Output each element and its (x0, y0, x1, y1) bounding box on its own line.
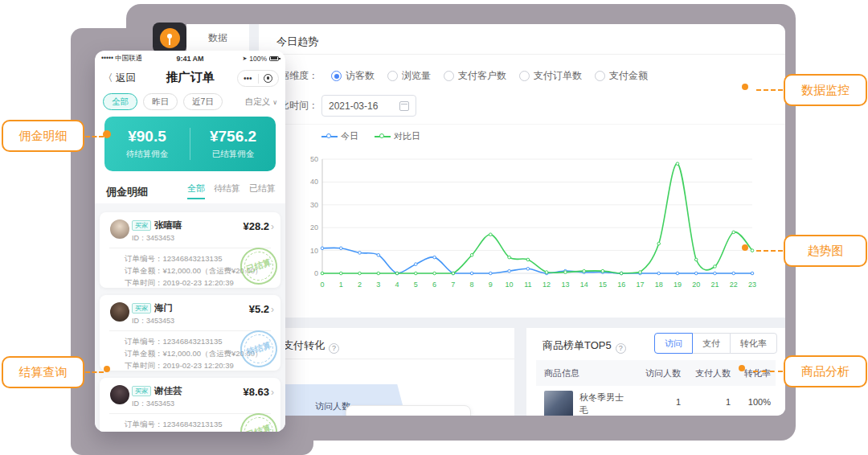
top5-panel-title: 商品榜单TOP5? (542, 338, 626, 354)
table-row[interactable]: 秋冬季男士毛 中长款宽松 1 1 100% (536, 391, 776, 416)
legend-marker-icon (321, 133, 338, 140)
top5-title-text: 商品榜单TOP5 (542, 339, 612, 351)
filter-yesterday[interactable]: 昨日 (143, 93, 178, 110)
radio-label: 支付金额 (609, 69, 648, 83)
dimension-radio-paid-orders[interactable]: 支付订单数 (519, 69, 582, 83)
legend-label: 今日 (341, 130, 358, 142)
buyer-id: ID：3453453 (132, 316, 174, 326)
help-icon[interactable]: ? (329, 343, 339, 354)
svg-text:14: 14 (580, 281, 588, 289)
svg-text:5: 5 (414, 281, 418, 289)
top5-tab-group: 访问 支付 转化率 (654, 333, 777, 354)
dimension-radio-visitors[interactable]: 访客数 (331, 69, 375, 83)
dimension-radio-paid-amount[interactable]: 支付金额 (595, 69, 648, 83)
close-target-button[interactable] (259, 74, 279, 83)
order-card[interactable]: 买家 张嘻嘻 ¥28.2› ID：3453453 订单编号：1234684321… (100, 212, 280, 288)
top5-tab-visit[interactable]: 访问 (654, 333, 693, 354)
top5-tab-pay[interactable]: 支付 (692, 333, 731, 354)
page: 数据 今日趋势 数据维度： 访客数 浏览量 支付客户数 (0, 0, 868, 455)
pending-amount: ¥90.5 (128, 128, 166, 146)
tab-settled[interactable]: 已结算 (249, 182, 276, 199)
callout-ring (104, 366, 110, 372)
svg-text:18: 18 (655, 281, 663, 289)
filter-custom[interactable]: 自定义 ∨ (245, 96, 277, 108)
product-name-line1: 秋冬季男士毛 (579, 392, 624, 415)
callout-ring (739, 365, 745, 371)
commission-list-header: 佣金明细 全部 待结算 已结算 (106, 182, 276, 199)
dashboard-window: 今日趋势 数据维度： 访客数 浏览量 支付客户数 支付订单数 (249, 24, 785, 416)
order-list: 买家 张嘻嘻 ¥28.2› ID：3453453 订单编号：1234684321… (95, 203, 285, 432)
trend-panel-title: 今日趋势 (276, 35, 318, 49)
svg-text:8: 8 (470, 281, 474, 289)
svg-text:19: 19 (674, 281, 682, 289)
callout-settlement-query: 结算查询 (2, 356, 84, 388)
svg-text:7: 7 (451, 281, 455, 289)
callout-ring (742, 244, 748, 251)
callout-dash-line (85, 371, 104, 373)
legend-item-today[interactable]: 今日 (321, 130, 358, 142)
top5-table-header: 商品信息 访问人数 支付人数 转化率 (536, 360, 776, 386)
svg-text:2: 2 (358, 281, 362, 289)
divider (109, 248, 271, 248)
col-product-info: 商品信息 (536, 367, 631, 379)
svg-text:6: 6 (432, 281, 436, 289)
order-card[interactable]: 买家 海门 ¥5.2› ID：3453453 订单编号：123468432131… (100, 295, 280, 371)
pays-value: 1 (681, 391, 731, 416)
dimension-radio-pageviews[interactable]: 浏览量 (387, 69, 431, 83)
sidebar-item-label: 数据 (208, 31, 227, 45)
product-top5-panel: 商品榜单TOP5? 访问 支付 转化率 商品信息 访问人数 支付人数 转化率 秋… (526, 328, 785, 416)
filter-last7[interactable]: 近7日 (183, 93, 223, 110)
svg-text:21: 21 (710, 281, 719, 289)
radio-icon (519, 71, 530, 81)
battery-icon (269, 56, 279, 61)
sidebar-item-data[interactable]: 数据 (186, 24, 249, 52)
callout-ring (742, 84, 748, 90)
settled-commission: ¥756.2 已结算佣金 (190, 117, 276, 171)
pending-commission: ¥90.5 待结算佣金 (104, 117, 190, 171)
compare-date-value: 2021-03-16 (329, 100, 378, 112)
settled-amount: ¥756.2 (210, 128, 256, 146)
legend-item-compare[interactable]: 对比日 (375, 130, 420, 142)
date-filter-row: 全部 昨日 近7日 自定义 ∨ (103, 93, 277, 110)
tab-pending[interactable]: 待结算 (214, 182, 240, 199)
compare-date-row: 对比时间： 2021-03-16 (270, 95, 416, 117)
more-button[interactable]: ••• (238, 74, 258, 83)
product-cell: 秋冬季男士毛 中长款宽松 (536, 391, 631, 416)
app-logo (153, 23, 186, 53)
callout-commission-detail: 佣金明细 (2, 120, 84, 152)
svg-text:10: 10 (506, 281, 514, 289)
callout-ring (103, 130, 111, 138)
divider (259, 54, 785, 55)
col-pays: 支付人数 (681, 367, 731, 379)
avatar (110, 302, 129, 322)
chevron-right-icon: › (271, 304, 274, 315)
help-icon[interactable]: ? (616, 343, 626, 354)
top5-tab-rate[interactable]: 转化率 (730, 333, 777, 354)
radio-label: 支付客户数 (458, 69, 506, 83)
col-visits: 访问人数 (631, 367, 681, 379)
svg-text:0: 0 (320, 281, 324, 289)
dimension-radio-paying-customers[interactable]: 支付客户数 (444, 69, 506, 83)
order-card[interactable]: 买家 谢佳芸 ¥8.63› ID：3453453 订单编号：1234684321… (100, 378, 280, 432)
visits-value: 1 (631, 391, 681, 416)
phone-nav-bar: 〈 返回 推广订单 ••• (95, 67, 285, 89)
svg-text:20: 20 (310, 223, 318, 232)
radio-label: 访客数 (346, 69, 375, 83)
svg-text:1: 1 (339, 281, 343, 289)
chart-legend: 今日 对比日 (321, 130, 420, 142)
radio-label: 支付订单数 (534, 69, 582, 83)
trend-chart: 0102030405001234567891011121314151617181… (301, 151, 764, 297)
tab-all[interactable]: 全部 (187, 182, 205, 199)
location-arrow-icon: ➤ (242, 55, 247, 62)
trend-chart-svg: 0102030405001234567891011121314151617181… (301, 151, 764, 294)
battery-percent: 100% (249, 55, 267, 63)
funnel-title-text: 支付转化 (283, 339, 325, 351)
svg-text:30: 30 (310, 201, 318, 209)
buyer-badge: 买家 (132, 220, 151, 231)
divider (259, 359, 514, 359)
filter-all[interactable]: 全部 (103, 93, 137, 110)
compare-date-input[interactable]: 2021-03-16 (321, 95, 416, 117)
chevron-right-icon: › (271, 221, 274, 232)
callout-dash-line (85, 136, 104, 137)
commission-amount: ¥28.2› (243, 220, 274, 232)
